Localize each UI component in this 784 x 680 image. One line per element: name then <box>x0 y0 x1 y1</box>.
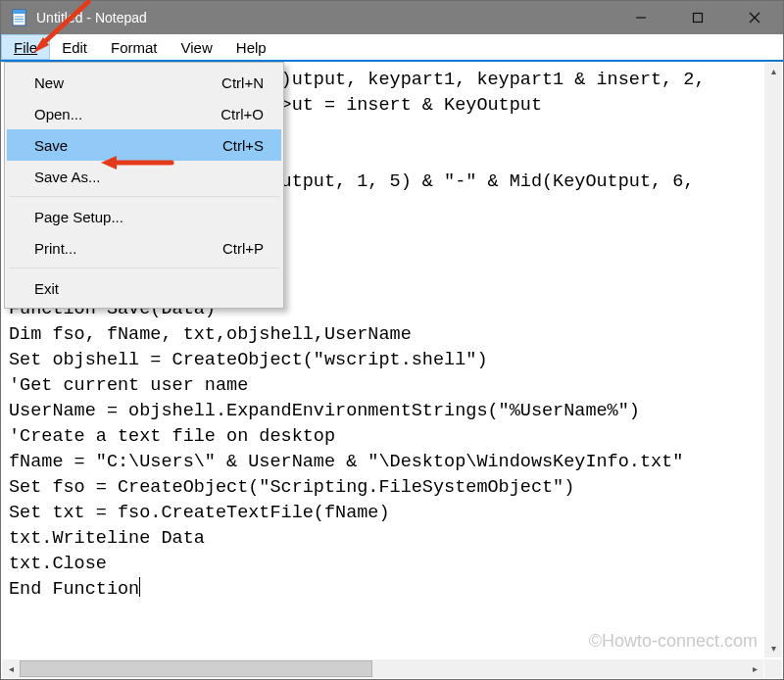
menu-view[interactable]: View <box>170 34 224 60</box>
menu-help[interactable]: Help <box>224 34 278 60</box>
svg-rect-1 <box>13 10 25 14</box>
scroll-right-icon[interactable]: ▸ <box>746 659 763 678</box>
file-menu-save[interactable]: Save Ctrl+S <box>7 129 281 161</box>
horizontal-scrollbar[interactable]: ◂ ▸ <box>2 659 763 678</box>
scrollbar-corner <box>764 659 782 678</box>
menu-separator <box>9 267 279 268</box>
file-menu-new[interactable]: New Ctrl+N <box>7 67 281 98</box>
scroll-left-icon[interactable]: ◂ <box>2 659 20 678</box>
menu-format[interactable]: Format <box>99 34 170 60</box>
file-menu-exit[interactable]: Exit <box>7 272 281 304</box>
editor-area: )utput, keypart1, keypart1 & insert, 2, … <box>1 62 783 679</box>
window-title: Untitled - Notepad <box>36 10 147 25</box>
text-caret <box>139 577 140 597</box>
svg-rect-6 <box>694 14 703 23</box>
minimize-button[interactable] <box>612 1 669 34</box>
menu-edit[interactable]: Edit <box>50 34 99 60</box>
horizontal-scroll-thumb[interactable] <box>20 660 372 677</box>
menu-file[interactable]: File <box>1 34 50 60</box>
maximize-button[interactable] <box>669 1 726 34</box>
menubar: File Edit Format View Help <box>1 34 783 62</box>
menu-separator <box>9 196 279 197</box>
file-menu-print[interactable]: Print... Ctrl+P <box>7 232 281 264</box>
titlebar: Untitled - Notepad <box>1 1 783 34</box>
scroll-up-icon[interactable]: ▴ <box>764 63 782 80</box>
file-menu-dropdown: New Ctrl+N Open... Ctrl+O Save Ctrl+S Sa… <box>4 62 284 309</box>
file-menu-open[interactable]: Open... Ctrl+O <box>7 98 281 129</box>
close-button[interactable] <box>726 1 783 34</box>
file-menu-save-as[interactable]: Save As... <box>7 161 281 192</box>
file-menu-page-setup[interactable]: Page Setup... <box>7 201 281 232</box>
notepad-window: Untitled - Notepad File Edit Format View… <box>0 0 784 680</box>
scroll-down-icon[interactable]: ▾ <box>764 640 782 657</box>
vertical-scrollbar[interactable]: ▴ ▾ <box>764 63 782 657</box>
notepad-icon <box>11 9 28 26</box>
